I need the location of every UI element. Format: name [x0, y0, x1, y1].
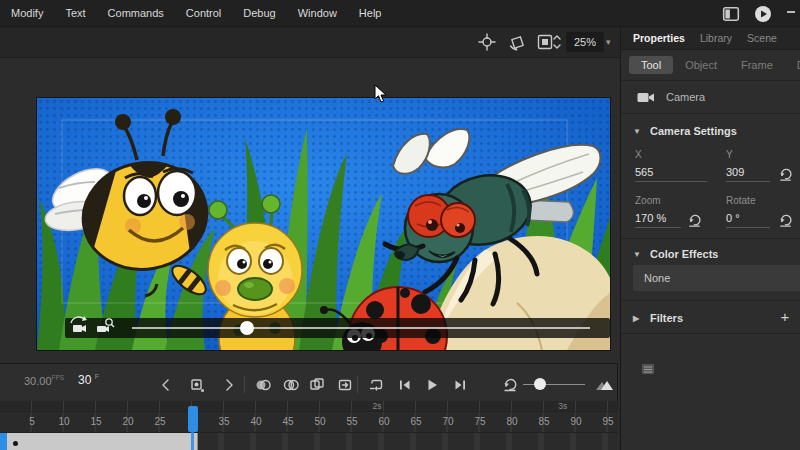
camera-zoom-input[interactable]: 170 % [635, 212, 681, 228]
previous-keyframe-icon[interactable] [158, 377, 174, 393]
ruler-frame-number: 65 [406, 416, 426, 427]
center-stage-icon[interactable] [478, 33, 496, 51]
rotate-label: Rotate [726, 195, 755, 206]
color-effects-header[interactable]: ▼ Color Effects [621, 241, 800, 267]
step-back-icon[interactable] [397, 377, 413, 393]
chevron-right-icon: ▶ [633, 314, 641, 323]
ruler-frame-number: 20 [118, 416, 138, 427]
ruler-frame-number: 50 [310, 416, 330, 427]
zoom-label: Zoom [635, 195, 661, 206]
keyframe-span[interactable] [7, 433, 198, 450]
menu-bar-items: ModifyTextCommandsControlDebugWindowHelp [0, 0, 392, 27]
subtab-object[interactable]: Object [673, 56, 729, 74]
subtab-tool[interactable]: Tool [629, 56, 673, 74]
fit-timeline-icon[interactable] [594, 377, 614, 393]
insert-frame-icon[interactable] [337, 377, 353, 393]
stage-toolbar: 25% ▾ [0, 27, 620, 58]
insert-keyframe-icon[interactable] [189, 377, 205, 393]
subtab-frame[interactable]: Frame [729, 56, 785, 74]
ruler-frame-number: 10 [54, 416, 74, 427]
ruler-frame-number: 60 [374, 416, 394, 427]
stage-canvas[interactable] [37, 98, 610, 350]
camera-settings-header[interactable]: ▼ Camera Settings [621, 118, 800, 144]
timeline-zoom-slider-track[interactable] [523, 384, 585, 385]
current-frame-display[interactable]: 30 F [78, 373, 99, 387]
filters-header[interactable]: ▶ Filters [621, 305, 800, 331]
mouse-cursor [374, 84, 388, 104]
properties-subtab-bar: Tool Object Frame D [621, 50, 800, 81]
ruler-frame-number: 55 [342, 416, 362, 427]
reset-zoom-icon[interactable] [687, 213, 702, 228]
camera-overlay-bar [65, 316, 610, 338]
ruler-frame-number: 40 [246, 416, 266, 427]
panel-tab-bar: Properties Library Scene [621, 27, 800, 50]
camera-x-input[interactable]: 565 [635, 166, 707, 182]
chevron-down-icon: ▼ [633, 250, 641, 259]
ruler-frame-number: 70 [438, 416, 458, 427]
ruler-frame-number: 15 [86, 416, 106, 427]
reset-position-icon[interactable] [778, 167, 793, 182]
edit-multiple-frames-icon[interactable] [309, 377, 325, 393]
reset-rotate-icon[interactable] [778, 213, 793, 228]
minimize-icon[interactable] [786, 9, 796, 19]
tab-scene[interactable]: Scene [747, 32, 777, 44]
color-effect-select[interactable]: None [633, 265, 800, 291]
tab-properties[interactable]: Properties [633, 32, 685, 44]
play-icon[interactable] [424, 377, 440, 393]
workspace-icon[interactable] [722, 5, 740, 23]
ruler-frame-number: 90 [566, 416, 586, 427]
ruler-frame-number: 95 [598, 416, 618, 427]
timeline-frames-ruler[interactable]: 51015202535404550556065707580859095 [0, 412, 618, 433]
camera-rotate-input[interactable]: 0 ° [726, 212, 770, 228]
playhead[interactable] [188, 406, 198, 432]
keyframe-dot [13, 441, 18, 446]
next-keyframe-icon[interactable] [221, 377, 237, 393]
loop-playback-icon[interactable] [368, 377, 384, 393]
menu-item[interactable]: Commands [97, 0, 175, 27]
timeline-panel: 30.00FPS 30 F [0, 363, 618, 450]
camera-icon [637, 91, 655, 104]
menu-item[interactable]: Window [287, 0, 348, 27]
onion-skin-icon[interactable] [255, 377, 271, 393]
selected-object-label: Camera [666, 91, 705, 103]
timeline-layer-row[interactable] [0, 433, 618, 450]
ruler-frame-number: 80 [502, 416, 522, 427]
ruler-frame-number: 35 [214, 416, 234, 427]
subtab-doc-truncated[interactable]: D [785, 56, 800, 74]
x-label: X [635, 149, 642, 160]
chevron-down-icon: ▼ [633, 127, 641, 136]
ruler-second-marker: 2s [373, 401, 382, 411]
chevron-down-icon[interactable]: ▾ [606, 37, 611, 47]
menu-item[interactable]: Help [348, 0, 393, 27]
ruler-frame-number: 5 [22, 416, 42, 427]
ruler-second-marker: 3s [558, 401, 567, 411]
menu-item[interactable]: Text [54, 0, 96, 27]
fps-display[interactable]: 30.00FPS [24, 374, 64, 387]
zoom-stepper[interactable] [551, 33, 563, 51]
layer-color-strip [0, 433, 7, 450]
onion-skin-outlines-icon[interactable] [283, 377, 299, 393]
rotation-tool-icon[interactable] [508, 33, 526, 51]
menu-item[interactable]: Modify [0, 0, 54, 27]
zoom-level-select[interactable]: 25% [566, 32, 604, 52]
ruler-frame-number: 25 [150, 416, 170, 427]
ruler-frame-number: 85 [534, 416, 554, 427]
ruler-frame-number: 75 [470, 416, 490, 427]
selected-object-row: Camera [621, 81, 800, 114]
properties-panel: Properties Library Scene Tool Object Fra… [620, 27, 800, 450]
animate-app-window: ModifyTextCommandsControlDebugWindowHelp [0, 0, 800, 450]
timeline-toolbar: 30.00FPS 30 F [0, 364, 618, 401]
camera-zoom-slider-knob[interactable] [240, 321, 254, 335]
reset-timeline-zoom-icon[interactable] [502, 377, 518, 393]
test-movie-play-icon[interactable] [754, 5, 772, 23]
timeline-seconds-ruler[interactable]: 2s3s [0, 401, 618, 412]
tab-library[interactable]: Library [700, 32, 732, 44]
menu-item[interactable]: Control [175, 0, 232, 27]
menu-item[interactable]: Debug [232, 0, 286, 27]
add-filter-button[interactable]: + [777, 309, 793, 325]
panel-menu-icon[interactable] [641, 363, 655, 375]
timeline-zoom-slider-knob[interactable] [534, 378, 546, 390]
ruler-frame-number: 45 [278, 416, 298, 427]
camera-y-input[interactable]: 309 [726, 166, 770, 182]
step-forward-icon[interactable] [452, 377, 468, 393]
